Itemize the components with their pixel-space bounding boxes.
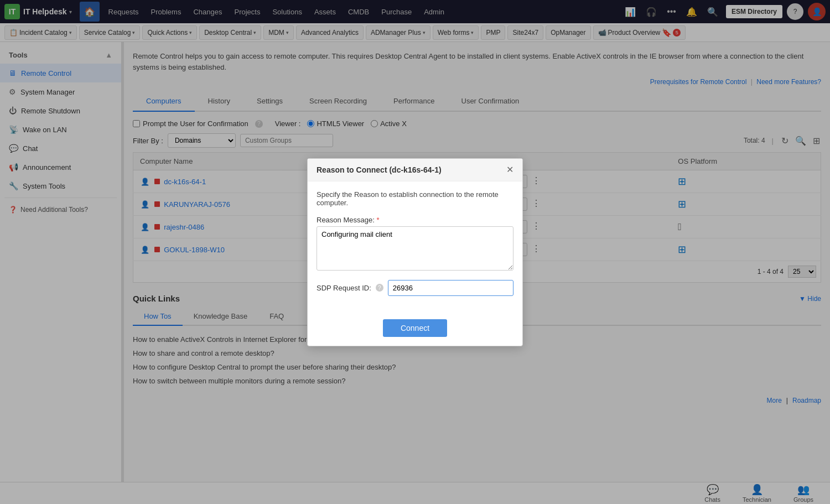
sdp-label: SDP Request ID: <box>317 284 371 292</box>
modal-footer: Connect <box>308 313 522 346</box>
sdp-help-icon[interactable]: ? <box>376 284 383 292</box>
required-asterisk: * <box>376 216 379 224</box>
modal-connect-button[interactable]: Connect <box>383 319 447 337</box>
sdp-form-group: SDP Request ID: ? <box>317 280 513 296</box>
sdp-input[interactable] <box>388 280 513 296</box>
modal-header: Reason to Connect (dc-k16s-64-1) ✕ <box>308 159 522 181</box>
modal-overlay: Reason to Connect (dc-k16s-64-1) ✕ Speci… <box>0 0 830 504</box>
sdp-row: SDP Request ID: ? <box>317 280 513 296</box>
reason-label: Reason Message: * <box>317 216 513 224</box>
modal-title: Reason to Connect (dc-k16s-64-1) <box>317 165 442 174</box>
reason-textarea[interactable] <box>317 226 513 271</box>
modal-body: Specify the Reason to establish connecti… <box>308 181 522 313</box>
reason-form-group: Reason Message: * <box>317 216 513 272</box>
modal-description: Specify the Reason to establish connecti… <box>317 190 513 207</box>
modal-close-button[interactable]: ✕ <box>506 165 513 174</box>
reason-to-connect-modal: Reason to Connect (dc-k16s-64-1) ✕ Speci… <box>307 158 523 346</box>
